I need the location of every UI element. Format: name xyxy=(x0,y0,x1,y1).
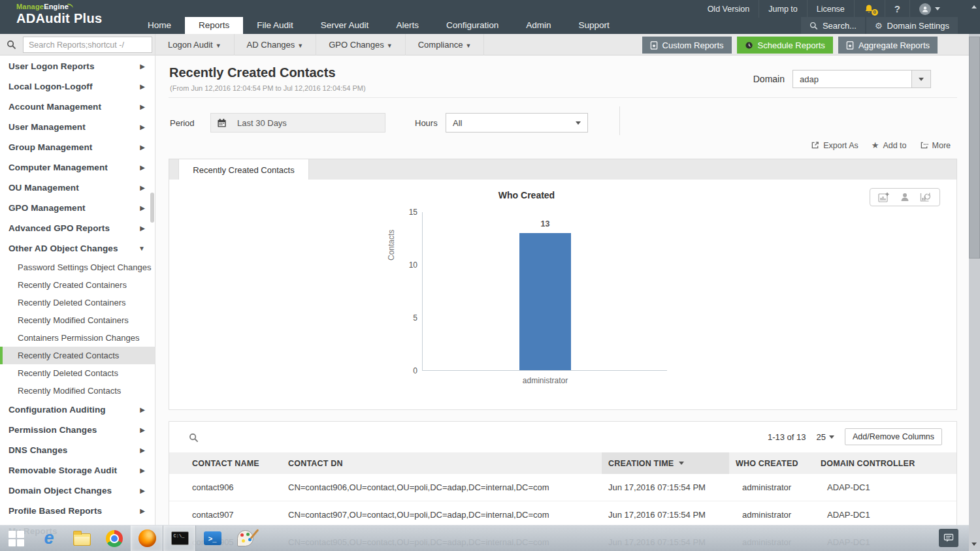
app-header: ManageEngine ADAudit Plus Old Version Ju… xyxy=(0,0,969,34)
chevron-right-icon: ▶ xyxy=(140,406,145,413)
file-explorer-button[interactable] xyxy=(65,526,98,551)
domain-select[interactable]: adap xyxy=(792,70,931,88)
sidebar-subitem-recently-modified-contacts[interactable]: Recently Modified Contacts xyxy=(0,382,155,400)
user-view-icon[interactable] xyxy=(900,192,910,202)
tab-file-audit[interactable]: File Audit xyxy=(243,17,307,34)
report-search-icon[interactable] xyxy=(0,34,23,55)
sidebar-item-configuration-auditing[interactable]: Configuration Auditing▶ xyxy=(0,400,155,420)
firefox-icon xyxy=(139,529,156,547)
chevron-down-icon xyxy=(568,114,587,132)
chrome-button[interactable] xyxy=(98,526,131,551)
powershell-button[interactable]: >_ xyxy=(196,526,229,551)
more-link[interactable]: More xyxy=(920,140,951,150)
export-as-link[interactable]: Export As xyxy=(811,140,858,150)
chevron-right-icon: ▶ xyxy=(140,164,145,171)
domain-label: Domain xyxy=(753,74,785,84)
internet-explorer-button[interactable]: e xyxy=(33,526,65,551)
sidebar-item-ou-management[interactable]: OU Management▶ xyxy=(0,178,155,198)
sidebar-item-domain-object-changes[interactable]: Domain Object Changes▶ xyxy=(0,480,155,501)
sidebar-item-user-management[interactable]: User Management▶ xyxy=(0,117,155,137)
menu-compliance[interactable]: Compliance▼ xyxy=(406,34,485,55)
sidebar-item-advanced-gpo-reports[interactable]: Advanced GPO Reports▶ xyxy=(0,218,155,238)
chart-bar[interactable] xyxy=(519,233,571,370)
aggregate-reports-button[interactable]: Aggregate Reports xyxy=(838,37,938,54)
y-tick: 0 xyxy=(398,366,417,375)
page-size-select[interactable]: 25 xyxy=(816,432,834,442)
sidebar-subitem-password-settings-object-changes[interactable]: Password Settings Object Changes xyxy=(0,259,155,276)
domain-settings-button[interactable]: ⚙ Domain Settings xyxy=(866,17,958,34)
sidebar-item-account-management[interactable]: Account Management▶ xyxy=(0,97,155,117)
account-menu[interactable] xyxy=(909,0,949,18)
report-doc-icon xyxy=(846,41,854,50)
menu-gpo-changes[interactable]: GPO Changes▼ xyxy=(316,34,405,55)
menu-ad-changes[interactable]: AD Changes▼ xyxy=(235,34,317,55)
scroll-up-arrow-icon[interactable] xyxy=(972,5,977,8)
column-header-contact-dn[interactable]: CONTACT DN xyxy=(288,459,608,468)
tab-reports[interactable]: Reports xyxy=(185,17,243,34)
x-category-label: administrator xyxy=(465,376,625,385)
sidebar-item-permission-changes[interactable]: Permission Changes▶ xyxy=(0,420,155,440)
sidebar-subitem-containers-permission-changes[interactable]: Containers Permission Changes xyxy=(0,329,155,347)
tab-alerts[interactable]: Alerts xyxy=(382,17,433,34)
tab-support[interactable]: Support xyxy=(564,17,623,34)
add-to-link[interactable]: ★ Add to xyxy=(872,140,907,150)
menu-logon-audit[interactable]: Logon Audit▼ xyxy=(155,34,235,55)
divider xyxy=(619,106,620,135)
sidebar-scroll-handle[interactable] xyxy=(150,193,154,223)
scroll-down-arrow-icon[interactable] xyxy=(972,543,977,546)
hours-select[interactable]: All xyxy=(446,113,588,133)
refresh-chart-icon[interactable] xyxy=(920,192,932,202)
period-label: Period xyxy=(170,118,195,128)
tab-configuration[interactable]: Configuration xyxy=(433,17,512,34)
sidebar-item-computer-management[interactable]: Computer Management▶ xyxy=(0,157,155,178)
sidebar-item-other-ad-object-changes[interactable]: Other AD Object Changes▼ xyxy=(0,238,155,259)
notifications-button[interactable]: 0 xyxy=(854,0,885,18)
internet-explorer-icon: e xyxy=(44,529,54,547)
tab-admin[interactable]: Admin xyxy=(512,17,564,34)
sidebar-item-local-logon-logoff[interactable]: Local Logon-Logoff▶ xyxy=(0,76,155,97)
add-chart-icon[interactable] xyxy=(878,192,890,202)
page-scrollbar[interactable] xyxy=(969,0,980,551)
chevron-down-icon: ▼ xyxy=(139,245,145,252)
cmd-button[interactable]: C:\_ xyxy=(163,526,196,551)
sidebar-item-user-logon-reports[interactable]: User Logon Reports▶ xyxy=(0,56,155,76)
tray-notification-button[interactable] xyxy=(939,529,958,547)
sidebar-item-dns-changes[interactable]: DNS Changes▶ xyxy=(0,440,155,460)
page-title: Recently Created Contacts xyxy=(169,65,336,80)
table-row[interactable]: contact906 CN=contact906,OU=contact,OU=p… xyxy=(169,474,956,501)
column-header-contact-name[interactable]: CONTACT NAME xyxy=(192,459,288,468)
sidebar-item-group-management[interactable]: Group Management▶ xyxy=(0,137,155,157)
schedule-reports-button[interactable]: Schedule Reports xyxy=(737,37,833,54)
column-header-domain-controller[interactable]: DOMAIN CONTROLLER xyxy=(821,459,956,468)
custom-reports-button[interactable]: Custom Reports xyxy=(642,37,732,54)
table-search-icon[interactable] xyxy=(189,433,199,445)
firefox-button[interactable] xyxy=(131,526,163,551)
chevron-right-icon: ▶ xyxy=(140,103,145,110)
column-header-who-created[interactable]: WHO CREATED xyxy=(729,459,821,468)
paint-button[interactable] xyxy=(229,526,261,551)
chevron-right-icon: ▶ xyxy=(140,426,145,433)
old-version-link[interactable]: Old Version xyxy=(698,0,759,18)
chevron-right-icon: ▶ xyxy=(140,507,145,514)
add-remove-columns-button[interactable]: Add/Remove Columns xyxy=(845,428,942,445)
sidebar-subitem-recently-deleted-contacts[interactable]: Recently Deleted Contacts xyxy=(0,364,155,382)
license-link[interactable]: License xyxy=(807,0,854,18)
sidebar-subitem-recently-modified-containers[interactable]: Recently Modified Containers xyxy=(0,311,155,329)
tab-recently-created-contacts[interactable]: Recently Created Contacts xyxy=(178,159,309,181)
sidebar-subitem-recently-created-containers[interactable]: Recently Created Containers xyxy=(0,276,155,294)
report-search-input[interactable] xyxy=(23,37,152,53)
jump-to-link[interactable]: Jump to xyxy=(759,0,806,18)
tab-server-audit[interactable]: Server Audit xyxy=(307,17,383,34)
sidebar-item-gpo-management[interactable]: GPO Management▶ xyxy=(0,198,155,218)
period-picker[interactable]: Last 30 Days xyxy=(210,113,385,133)
scrollbar-thumb[interactable] xyxy=(969,37,980,259)
global-search-button[interactable]: Search... xyxy=(801,17,865,34)
sidebar-item-removable-storage-audit[interactable]: Removable Storage Audit▶ xyxy=(0,460,155,480)
start-button[interactable] xyxy=(0,526,33,551)
sidebar-subitem-recently-deleted-containers[interactable]: Recently Deleted Containers xyxy=(0,294,155,311)
sidebar-subitem-recently-created-contacts[interactable]: Recently Created Contacts xyxy=(0,347,155,364)
help-button[interactable]: ? xyxy=(885,0,909,18)
tab-home[interactable]: Home xyxy=(134,17,185,34)
sidebar-item-profile-based-reports[interactable]: Profile Based Reports▶ xyxy=(0,501,155,521)
column-header-creation-time[interactable]: CREATION TIME xyxy=(602,452,729,474)
